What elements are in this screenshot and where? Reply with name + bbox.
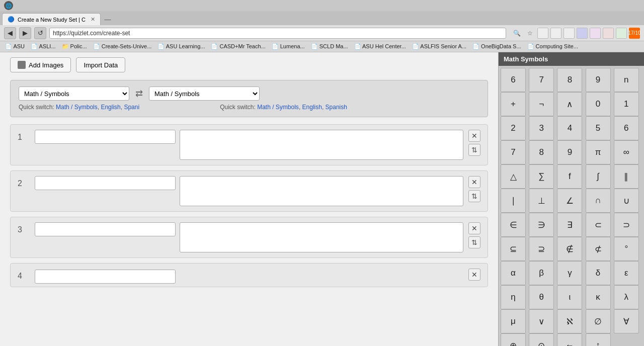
symbol-neg[interactable]: ¬ [529, 92, 554, 116]
symbol-integral[interactable]: ∫ [586, 164, 611, 189]
symbol-lambda[interactable]: λ [614, 285, 639, 309]
ext7-icon[interactable] [616, 28, 627, 39]
symbol-7b[interactable]: 7 [501, 140, 526, 164]
bookmark-asli[interactable]: 📄 ASLI... [29, 43, 57, 50]
new-tab-btn[interactable]: — [101, 13, 115, 25]
symbol-0[interactable]: 0 [586, 92, 611, 116]
def-input-3[interactable] [180, 222, 463, 252]
symbol-7[interactable]: 7 [529, 68, 554, 92]
symbol-2[interactable]: 2 [501, 116, 526, 140]
symbol-parallel[interactable]: ∥ [614, 164, 639, 189]
symbol-kappa[interactable]: κ [586, 285, 611, 309]
symbol-epsilon[interactable]: ε [614, 261, 639, 285]
symbol-subset[interactable]: ⊂ [586, 213, 611, 237]
address-bar[interactable]: https://quizlet.com/create-set [49, 28, 506, 39]
symbol-notin[interactable]: ∉ [557, 237, 582, 261]
symbol-4[interactable]: 4 [557, 116, 582, 140]
symbol-in[interactable]: ∈ [501, 213, 526, 237]
delete-card-4-btn[interactable]: ✕ [468, 269, 480, 281]
bookmark-scld[interactable]: 📄 SCLD Ma... [309, 43, 350, 50]
move-card-1-btn[interactable]: ⇅ [468, 144, 480, 156]
symbol-theta[interactable]: θ [529, 285, 554, 309]
bookmark-lum[interactable]: 📄 Lumena... [270, 43, 307, 50]
tab-close-btn[interactable]: ✕ [91, 16, 95, 23]
symbol-pipe[interactable]: ∣ [501, 189, 526, 213]
symbol-mu[interactable]: μ [501, 309, 526, 333]
symbol-perp[interactable]: ⊥ [529, 189, 554, 213]
symbol-pi[interactable]: π [586, 140, 611, 164]
right-qs-spanish[interactable]: Spanish [326, 104, 347, 111]
left-qs-spani[interactable]: Spani [124, 104, 139, 111]
symbol-sigma[interactable]: ∑ [529, 164, 554, 189]
active-tab[interactable]: 🔵 Create a New Study Set | C ✕ [2, 13, 101, 25]
symbol-8b[interactable]: 8 [529, 140, 554, 164]
bookmark-casd[interactable]: 📄 CASD+Mr Teach... [209, 43, 267, 50]
symbol-degree[interactable]: ° [614, 237, 639, 261]
def-input-1[interactable] [180, 130, 463, 160]
left-lang-select[interactable]: Math / Symbols [19, 86, 129, 101]
delete-card-2-btn[interactable]: ✕ [468, 176, 480, 188]
symbol-nsubset[interactable]: ⊄ [586, 237, 611, 261]
delete-card-1-btn[interactable]: ✕ [468, 130, 480, 142]
forward-btn[interactable]: ▶ [19, 27, 31, 39]
right-qs-english[interactable]: English [302, 104, 322, 111]
symbol-plus[interactable]: + [501, 92, 526, 116]
bookmark-polic[interactable]: 📁 Polic... [60, 43, 89, 50]
ext4-icon[interactable] [577, 28, 588, 39]
reload-btn[interactable]: ↺ [34, 27, 46, 39]
symbol-supseteq[interactable]: ⊇ [529, 237, 554, 261]
right-lang-select[interactable]: Math / Symbols [149, 86, 260, 101]
left-qs-english[interactable]: English [101, 104, 120, 111]
symbol-3[interactable]: 3 [529, 116, 554, 140]
bookmark-asu[interactable]: 📄 ASU [3, 43, 27, 50]
symbol-iota[interactable]: ι [557, 285, 582, 309]
symbol-uarrow[interactable]: ↑ [586, 333, 611, 346]
ext1-icon[interactable] [537, 28, 548, 39]
symbol-1[interactable]: 1 [614, 92, 639, 116]
symbol-delta-lc[interactable]: δ [586, 261, 611, 285]
symbol-oplus[interactable]: ⊕ [501, 333, 526, 346]
symbol-emptyset[interactable]: ∅ [586, 309, 611, 333]
symbol-gamma[interactable]: γ [557, 261, 582, 285]
import-data-button[interactable]: Import Data [76, 57, 125, 72]
symbol-8[interactable]: 8 [557, 68, 582, 92]
search-icon[interactable]: 🔍 [511, 28, 522, 39]
symbol-odot[interactable]: ⊙ [529, 333, 554, 346]
ext3-icon[interactable] [564, 28, 575, 39]
symbol-intersect[interactable]: ∩ [586, 189, 611, 213]
symbol-6[interactable]: 6 [501, 68, 526, 92]
bookmark-onedata[interactable]: 📄 OneBigData S... [470, 43, 523, 50]
ext2-icon[interactable] [550, 28, 561, 39]
symbol-infty[interactable]: ∞ [614, 140, 639, 164]
symbol-5b[interactable]: 5 [586, 116, 611, 140]
term-input-4[interactable] [35, 270, 176, 284]
move-card-3-btn[interactable]: ⇅ [468, 236, 480, 248]
term-input-1[interactable] [35, 130, 176, 144]
right-qs-math[interactable]: Math / Symbols [257, 104, 299, 111]
symbol-wedge[interactable]: ∧ [557, 92, 582, 116]
left-qs-math[interactable]: Math / Symbols [56, 104, 98, 111]
bookmark-aslfis[interactable]: 📄 ASLFIS Senior A... [410, 43, 468, 50]
term-input-3[interactable] [35, 222, 176, 236]
symbol-subseteq[interactable]: ⊆ [501, 237, 526, 261]
ext5-icon[interactable] [590, 28, 601, 39]
add-images-button[interactable]: Add Images [10, 57, 71, 72]
symbol-9b[interactable]: 9 [557, 140, 582, 164]
symbol-union[interactable]: ∪ [614, 189, 639, 213]
symbol-angle[interactable]: ∠ [557, 189, 582, 213]
symbol-exists[interactable]: ∃ [557, 213, 582, 237]
ext6-icon[interactable] [603, 28, 614, 39]
symbol-6b[interactable]: 6 [614, 116, 639, 140]
symbol-f[interactable]: f [557, 164, 582, 189]
symbol-alpha[interactable]: α [501, 261, 526, 285]
symbol-beta[interactable]: β [529, 261, 554, 285]
swap-icon[interactable]: ⇄ [135, 88, 143, 99]
star-icon[interactable]: ☆ [524, 28, 535, 39]
delete-card-3-btn[interactable]: ✕ [468, 222, 480, 234]
symbol-eta[interactable]: η [501, 285, 526, 309]
symbol-n[interactable]: n [614, 68, 639, 92]
move-card-2-btn[interactable]: ⇅ [468, 190, 480, 202]
symbol-aleph[interactable]: ℵ [557, 309, 582, 333]
back-btn[interactable]: ◀ [4, 27, 16, 39]
notifications-badge[interactable]: 17/10 [629, 28, 640, 39]
